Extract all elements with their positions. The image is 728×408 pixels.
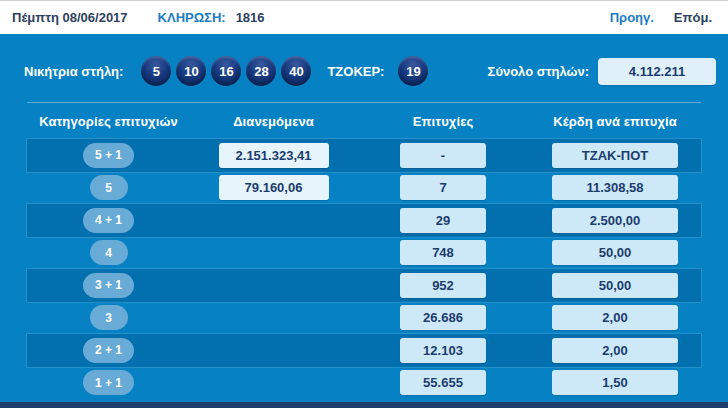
category-badge: 1 + 1 [83,370,134,395]
winners-value: 748 [400,240,486,265]
table-row: 3 26.686 2,00 [27,302,701,335]
results-panel: Νικήτρια στήλη: 510162840 ΤΖΟΚΕΡ: 19 Σύν… [0,34,728,408]
total-columns-group: Σύνολο στηλών: 4.112.211 [488,58,716,85]
lottery-ball: 10 [176,56,206,86]
footer-bar [0,402,728,408]
header-distributed: Διανεμόμενα [190,114,357,129]
category-badge: 4 [90,240,128,265]
category-badge: 5 + 1 [83,143,134,168]
header-categories: Κατηγορίες επιτυχιών [27,114,190,129]
prize-value: 1,50 [552,370,678,395]
total-columns-label: Σύνολο στηλών: [488,64,589,79]
lottery-ball: 40 [281,56,311,86]
category-badge: 2 + 1 [83,338,134,363]
table-row: 4 748 50,00 [27,237,701,270]
next-draw-link[interactable]: Επόμ. [674,10,712,25]
draw-number: 1816 [236,10,265,25]
lottery-ball: 28 [246,56,276,86]
category-badge: 3 [90,305,128,330]
winning-column-label: Νικήτρια στήλη: [24,64,123,79]
table-row: 5 79.160,06 7 11.308,58 [27,172,701,205]
prize-value: ΤΖΑΚ-ΠΟΤ [552,143,678,168]
winning-numbers-row: Νικήτρια στήλη: 510162840 ΤΖΟΚΕΡ: 19 Σύν… [0,34,728,89]
prize-table-body: 5 + 1 2.151.323,41 - ΤΖΑΚ-ΠΟΤ 5 79.160,0… [0,139,728,399]
header-prize: Κέρδη ανά επιτυχία [529,114,701,129]
category-badge: 3 + 1 [83,273,134,298]
lottery-ball: 5 [141,56,171,86]
winners-value: 26.686 [400,305,486,330]
winners-value: 55.655 [400,370,486,395]
prize-value: 11.308,58 [552,175,678,200]
joker-ball: 19 [398,56,428,86]
distributed-value: 79.160,06 [219,175,329,200]
previous-draw-link[interactable]: Προηγ. [610,10,654,25]
table-row: 5 + 1 2.151.323,41 - ΤΖΑΚ-ΠΟΤ [27,139,701,172]
winners-value: 7 [400,175,486,200]
winners-value: 952 [400,273,486,298]
table-row: 2 + 1 12.103 2,00 [27,334,701,367]
prize-value: 2,00 [552,338,678,363]
table-header-row: Κατηγορίες επιτυχιών Διανεμόμενα Επιτυχί… [27,103,701,139]
lottery-ball: 16 [211,56,241,86]
prize-value: 50,00 [552,240,678,265]
topbar: Πέμπτη 08/06/2017 ΚΛΗΡΩΣΗ: 1816 Προηγ. Ε… [0,1,728,34]
joker-label: ΤΖΟΚΕΡ: [327,64,384,79]
draw-date: Πέμπτη 08/06/2017 [12,10,128,25]
category-badge: 4 + 1 [83,208,134,233]
table-row: 4 + 1 29 2.500,00 [27,204,701,237]
winning-balls: 510162840 [141,56,311,86]
category-badge: 5 [90,175,128,200]
winners-value: 12.103 [400,338,486,363]
prize-value: 2.500,00 [552,208,678,233]
table-row: 3 + 1 952 50,00 [27,269,701,302]
winners-value: 29 [400,208,486,233]
prize-value: 2,00 [552,305,678,330]
joker-results-widget: Πέμπτη 08/06/2017 ΚΛΗΡΩΣΗ: 1816 Προηγ. Ε… [0,0,728,408]
prize-value: 50,00 [552,273,678,298]
header-winners: Επιτυχίες [357,114,529,129]
total-columns-value: 4.112.211 [598,58,716,85]
distributed-value: 2.151.323,41 [219,143,329,168]
draw-label: ΚΛΗΡΩΣΗ: [158,10,226,25]
winners-value: - [400,143,486,168]
draw-navigation: Προηγ. Επόμ. [610,10,712,25]
table-row: 1 + 1 55.655 1,50 [27,367,701,400]
